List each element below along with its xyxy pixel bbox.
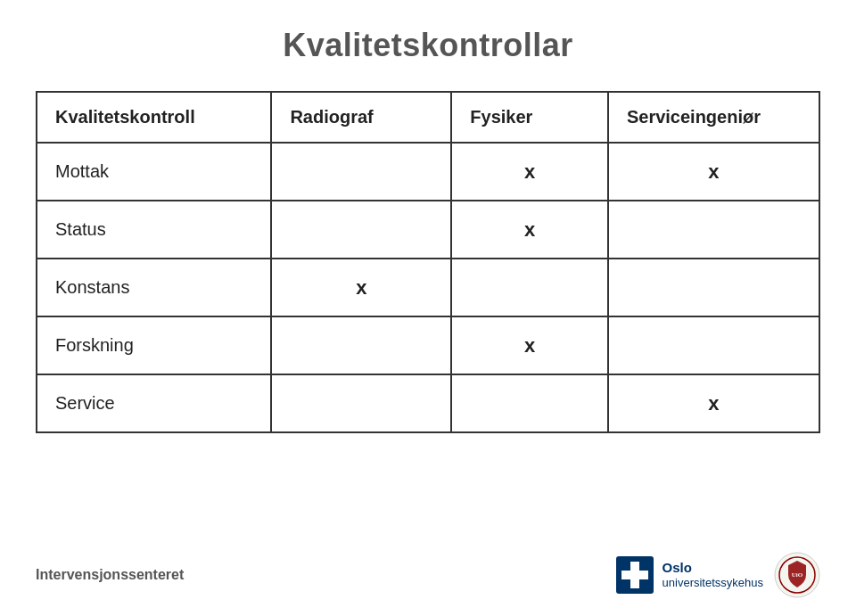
row-service-label: Service xyxy=(37,374,271,432)
row-status-radiograf xyxy=(271,201,451,259)
svg-rect-2 xyxy=(621,571,648,579)
oslo-text: Oslo universitetssykehus xyxy=(663,560,763,590)
row-mottak-radiograf xyxy=(271,143,451,201)
page-title: Kvalitetskontrollar xyxy=(36,27,820,64)
x-mark-service-service: x xyxy=(627,392,801,415)
footer-intervensjonssenteret: Intervensjonssenteret xyxy=(36,567,184,583)
row-service-fysiker xyxy=(451,374,608,432)
oslo-name: Oslo xyxy=(663,560,763,576)
table-header-row: Kvalitetskontroll Radiograf Fysiker Serv… xyxy=(37,92,819,143)
page-container: Kvalitetskontrollar Kvalitetskontroll Ra… xyxy=(0,0,856,616)
row-forskning-radiograf xyxy=(271,316,451,374)
oslo-cross-icon xyxy=(616,556,654,594)
x-mark-mottak-service: x xyxy=(627,160,801,184)
footer-logos: Oslo universitetssykehus UiO xyxy=(616,552,820,598)
x-mark-forskning-fysiker: x xyxy=(470,334,589,357)
row-konstans-label: Konstans xyxy=(37,259,271,316)
table-row: Status x xyxy=(37,201,819,259)
header-radiograf: Radiograf xyxy=(271,92,451,143)
row-konstans-fysiker xyxy=(451,259,608,316)
header-kvalitetskontroll: Kvalitetskontroll xyxy=(37,92,271,143)
row-mottak-service: x xyxy=(608,143,819,201)
row-status-label: Status xyxy=(37,201,271,259)
svg-text:UiO: UiO xyxy=(792,571,803,579)
table-row: Mottak x x xyxy=(37,143,819,201)
table-row: Konstans x xyxy=(37,259,819,316)
footer: Intervensjonssenteret Oslo universitetss… xyxy=(36,543,820,598)
row-forskning-label: Forskning xyxy=(37,316,271,374)
x-mark-status-fysiker: x xyxy=(470,218,589,242)
row-konstans-service xyxy=(608,259,819,316)
row-forskning-fysiker: x xyxy=(451,316,608,374)
uio-logo-icon: UiO xyxy=(774,552,820,598)
oslo-sub: universitetssykehus xyxy=(663,576,763,590)
table-wrapper: Kvalitetskontroll Radiograf Fysiker Serv… xyxy=(36,91,820,525)
row-service-radiograf xyxy=(271,374,451,432)
header-serviceingeniør: Serviceingeniør xyxy=(608,92,819,143)
table-row: Service x xyxy=(37,374,819,432)
row-status-service xyxy=(608,201,819,259)
x-mark-konstans-radiograf: x xyxy=(290,276,432,300)
table-row: Forskning x xyxy=(37,316,819,374)
row-service-service: x xyxy=(608,374,819,432)
row-mottak-fysiker: x xyxy=(451,143,608,201)
x-mark-mottak-fysiker: x xyxy=(470,160,589,184)
header-fysiker: Fysiker xyxy=(451,92,608,143)
row-forskning-service xyxy=(608,316,819,374)
kvalitet-table: Kvalitetskontroll Radiograf Fysiker Serv… xyxy=(36,91,820,433)
row-status-fysiker: x xyxy=(451,201,608,259)
oslo-logo: Oslo universitetssykehus xyxy=(616,556,763,594)
row-mottak-label: Mottak xyxy=(37,143,271,201)
row-konstans-radiograf: x xyxy=(271,259,451,316)
